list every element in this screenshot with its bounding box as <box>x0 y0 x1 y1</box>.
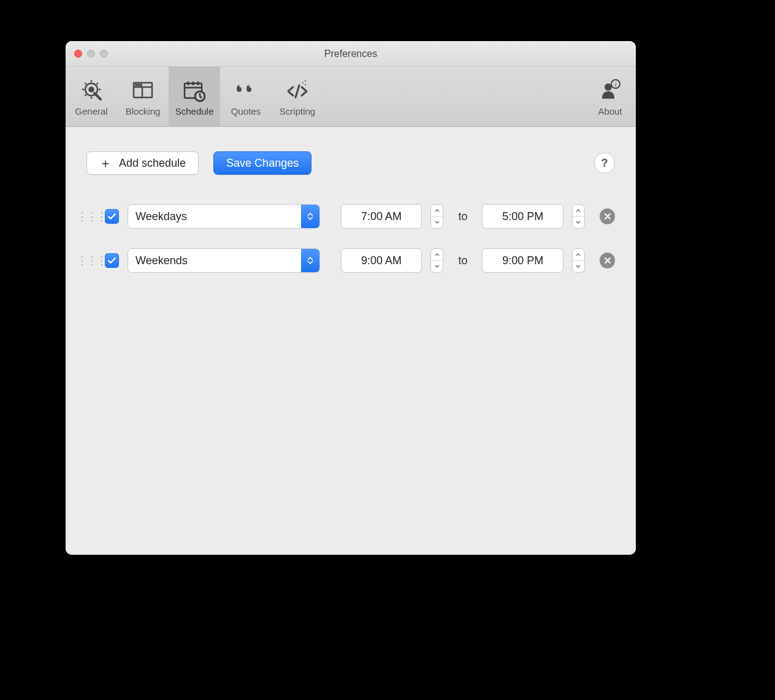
time-value: 7:00 AM <box>361 210 402 223</box>
chevron-updown-icon <box>301 205 319 228</box>
end-time-stepper[interactable] <box>572 248 585 273</box>
stepper-up[interactable] <box>431 205 443 217</box>
check-icon <box>107 212 116 221</box>
svg-point-7 <box>140 85 142 86</box>
time-value: 9:00 PM <box>502 254 543 267</box>
help-button[interactable]: ? <box>594 153 615 173</box>
stepper-up[interactable] <box>431 249 443 261</box>
remove-row-button[interactable] <box>600 253 615 268</box>
enabled-checkbox[interactable] <box>105 209 119 224</box>
time-value: 5:00 PM <box>502 210 543 223</box>
titlebar: Preferences <box>66 41 636 67</box>
tab-label: Schedule <box>175 106 214 116</box>
tab-label: Scripting <box>280 106 315 116</box>
stepper-up[interactable] <box>573 249 584 261</box>
schedule-row: ⋮⋮⋮ Weekends 9:00 AM <box>86 248 615 273</box>
code-icon <box>284 78 310 104</box>
tab-schedule[interactable]: Schedule <box>169 67 220 126</box>
remove-row-button[interactable] <box>600 208 615 224</box>
tab-blocking[interactable]: Blocking <box>117 67 169 126</box>
tab-label: Quotes <box>231 106 261 116</box>
action-bar: ＋ Add schedule Save Changes ? <box>86 151 615 175</box>
svg-point-16 <box>302 82 304 83</box>
close-icon <box>604 213 611 220</box>
stepper-down[interactable] <box>573 217 584 229</box>
enabled-checkbox[interactable] <box>105 253 119 268</box>
end-time-input[interactable]: 5:00 PM <box>482 204 563 229</box>
select-value: Weekdays <box>136 210 187 223</box>
period-select[interactable]: Weekends <box>128 248 320 273</box>
check-icon <box>107 256 116 265</box>
tab-label: About <box>598 106 622 116</box>
start-time-stepper[interactable] <box>430 204 443 229</box>
window-title: Preferences <box>66 48 636 59</box>
gear-icon <box>78 78 104 104</box>
svg-point-17 <box>305 80 306 82</box>
start-time-input[interactable]: 7:00 AM <box>341 204 422 229</box>
help-icon: ? <box>601 157 608 170</box>
drag-handle-icon[interactable]: ⋮⋮⋮ <box>86 254 96 267</box>
time-value: 9:00 AM <box>361 254 402 267</box>
stepper-down[interactable] <box>431 217 443 229</box>
end-time-stepper[interactable] <box>572 204 585 229</box>
quotes-icon <box>233 78 259 104</box>
svg-point-5 <box>136 85 137 86</box>
drag-handle-icon[interactable]: ⋮⋮⋮ <box>86 210 96 223</box>
svg-point-6 <box>138 85 139 86</box>
save-changes-button[interactable]: Save Changes <box>213 151 311 175</box>
chevron-updown-icon <box>301 249 319 272</box>
to-label: to <box>452 210 473 223</box>
button-label: Add schedule <box>119 157 186 170</box>
svg-text:i: i <box>615 81 617 88</box>
schedule-list: ⋮⋮⋮ Weekdays 7:00 AM <box>86 204 615 273</box>
svg-point-1 <box>90 88 94 92</box>
period-select[interactable]: Weekdays <box>128 204 320 229</box>
to-label: to <box>452 254 473 267</box>
preferences-window: Preferences General <box>66 41 636 555</box>
stepper-down[interactable] <box>573 261 584 273</box>
about-icon: i <box>597 78 623 104</box>
tab-label: Blocking <box>126 106 161 116</box>
svg-point-18 <box>305 84 306 85</box>
calendar-icon <box>181 78 207 104</box>
close-icon <box>604 257 611 264</box>
add-schedule-button[interactable]: ＋ Add schedule <box>86 151 199 175</box>
toolbar: General Blocking <box>66 67 636 127</box>
plus-icon: ＋ <box>99 157 112 169</box>
button-label: Save Changes <box>226 157 299 170</box>
tab-label: General <box>75 106 107 116</box>
end-time-input[interactable]: 9:00 PM <box>482 248 563 273</box>
tab-about[interactable]: i About <box>584 67 636 126</box>
schedule-row: ⋮⋮⋮ Weekdays 7:00 AM <box>86 204 615 229</box>
stepper-up[interactable] <box>573 205 584 217</box>
start-time-input[interactable]: 9:00 AM <box>341 248 422 273</box>
content-area: ＋ Add schedule Save Changes ? ⋮⋮⋮ Weekda… <box>66 127 636 555</box>
tab-general[interactable]: General <box>66 67 117 126</box>
stepper-down[interactable] <box>431 261 443 273</box>
svg-line-15 <box>296 85 299 97</box>
start-time-stepper[interactable] <box>430 248 443 273</box>
tab-quotes[interactable]: Quotes <box>220 67 272 126</box>
layout-icon <box>130 78 156 104</box>
select-value: Weekends <box>136 254 188 267</box>
tab-scripting[interactable]: Scripting <box>272 67 323 126</box>
